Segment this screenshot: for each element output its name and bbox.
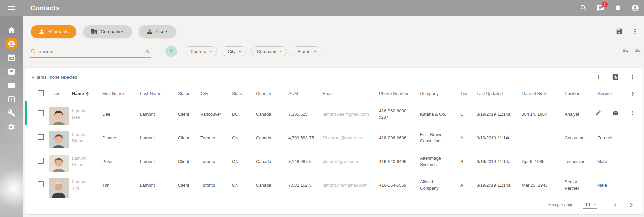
cell-last-name: Lamont (137, 111, 175, 117)
contact-photo-avatar (49, 178, 69, 198)
column-header-company[interactable]: Company (417, 91, 457, 96)
cell-company: Katana & Co. (417, 111, 457, 117)
tab-contacts[interactable]: *Contacts (31, 25, 76, 38)
column-header-gender[interactable]: Gender (594, 91, 623, 96)
cell-first-name: Dee (99, 111, 137, 117)
row-checkbox[interactable] (38, 158, 44, 164)
account-avatar-icon[interactable] (631, 4, 639, 12)
column-header-date-of-birth[interactable]: Date of Birth (518, 91, 561, 96)
column-header-city[interactable]: City (197, 91, 229, 96)
sidebar-item-calendar[interactable] (0, 51, 23, 64)
add-to-list-icon[interactable] (623, 47, 629, 54)
column-header-email[interactable]: Email (319, 91, 376, 96)
column-header-status[interactable]: Status (175, 91, 197, 96)
dropdown-label: Country (190, 49, 206, 54)
tools-icon (7, 109, 16, 117)
sidebar-item-contacts[interactable] (0, 37, 23, 51)
text-cursor (54, 49, 54, 54)
cell-phone: 416-860-8800 x237 (376, 108, 417, 120)
billing-icon (7, 95, 16, 103)
next-page-icon[interactable] (628, 201, 635, 209)
scroll-columns-right-icon[interactable] (629, 90, 636, 97)
tab-companies[interactable]: Companies (83, 25, 132, 38)
cell-country: Canada (252, 135, 285, 141)
cell-last-updated: 3/19/2019 11:14a (473, 158, 518, 165)
search-underline (30, 57, 151, 58)
cell-city: Toronto (197, 182, 229, 188)
filter-dropdown-status[interactable]: Status (292, 46, 321, 56)
sidebar-item-billing[interactable] (0, 92, 23, 106)
cell-phone: 416-640-6496 (376, 158, 417, 165)
column-header-state[interactable]: State (229, 91, 252, 96)
column-header-first-name[interactable]: First Name (99, 91, 137, 96)
search-filter-row: lamont CountryCityCompanyStatus (30, 45, 644, 57)
sort-ascending-icon (85, 91, 90, 96)
business-icon (90, 28, 97, 35)
select-all-checkbox[interactable] (38, 90, 44, 96)
email-envelope-icon[interactable] (612, 110, 619, 116)
chat-badge: 1 (602, 2, 608, 7)
sidebar-item-documents[interactable] (0, 78, 23, 92)
cell-company: Allen & Company (417, 179, 457, 191)
row-checkbox[interactable] (38, 134, 44, 140)
sidebar-item-home[interactable] (0, 23, 23, 37)
column-header-tier[interactable]: Tier (457, 91, 473, 96)
cell-position: Senior Partner (561, 179, 594, 191)
filter-dropdown-city[interactable]: City (222, 46, 246, 56)
page-title: Contacts (30, 4, 60, 12)
page-size-select[interactable]: 10 (583, 201, 597, 209)
column-header-phone-number[interactable]: Phone Number (376, 91, 417, 96)
edit-pencil-icon[interactable] (595, 110, 601, 116)
table-row[interactable]: Lamont, TimTimLamontClientTorontoONCanad… (25, 172, 643, 196)
tab-label: Companies (101, 29, 125, 34)
person-icon (38, 28, 45, 35)
column-header-last-name[interactable]: Last Name (137, 91, 175, 96)
filter-dropdown-company[interactable]: Company (251, 46, 287, 56)
cell-tier: A (457, 182, 473, 188)
notifications-bell-icon[interactable] (614, 4, 622, 12)
sidebar-item-settings[interactable] (0, 120, 23, 134)
column-header-aum[interactable]: AUM (285, 91, 319, 96)
clear-search-icon[interactable] (144, 49, 150, 54)
more-options-icon[interactable] (631, 28, 639, 35)
table-row[interactable]: Lamont, DeeDeeLamontClientVancouverBCCan… (25, 101, 643, 125)
cell-last-updated: 3/19/2019 11:14a (473, 135, 518, 141)
contact-photo-avatar (49, 107, 69, 127)
table-options-icon[interactable] (628, 73, 636, 81)
dropdown-label: Company (257, 49, 276, 54)
filter-dropdown-country[interactable]: Country (185, 46, 217, 56)
column-header-last-updated[interactable]: Last Updated (473, 91, 518, 96)
sidebar-item-tasks[interactable] (0, 64, 23, 78)
contact-photo-avatar (49, 155, 69, 174)
previous-page-icon[interactable] (612, 201, 619, 209)
cell-city: Toronto (197, 158, 229, 165)
search-icon[interactable] (580, 4, 588, 12)
chart-view-icon[interactable] (612, 73, 619, 81)
tab-users[interactable]: Users (139, 25, 176, 38)
search-input[interactable]: lamont (30, 46, 151, 57)
column-header-position[interactable]: Position (561, 91, 594, 96)
sidebar-item-tools[interactable] (0, 106, 23, 120)
cell-gender: Male (594, 182, 623, 188)
table-row[interactable]: Lamont, DionneDionneLamontClientTorontoO… (25, 125, 643, 148)
table-row[interactable]: Lamont, PeterPeterLamontClientTorontoONC… (25, 148, 643, 172)
remove-from-list-icon[interactable] (635, 47, 641, 54)
save-icon[interactable] (616, 28, 623, 35)
cell-aum: 7,105,525 (285, 111, 319, 117)
add-contact-icon[interactable] (595, 73, 602, 81)
column-header-country[interactable]: Country (252, 91, 285, 96)
row-more-options-icon[interactable] (629, 110, 636, 116)
cell-first-name: Tim (99, 182, 137, 188)
table-body: Lamont, DeeDeeLamontClientVancouverBCCan… (25, 101, 643, 196)
menu-icon[interactable] (0, 4, 23, 12)
row-checkbox[interactable] (38, 181, 44, 187)
cell-country: Canada (252, 182, 285, 188)
chevron-down-icon (279, 51, 282, 52)
cell-name: Lamont, Dionne (69, 131, 99, 144)
column-header-icon[interactable]: Icon (49, 91, 69, 96)
cell-state: ON (229, 135, 252, 141)
filter-button[interactable] (165, 46, 177, 57)
chat-icon[interactable]: 1 (597, 4, 605, 12)
row-checkbox[interactable] (38, 110, 44, 116)
column-header-name[interactable]: Name (69, 91, 99, 96)
